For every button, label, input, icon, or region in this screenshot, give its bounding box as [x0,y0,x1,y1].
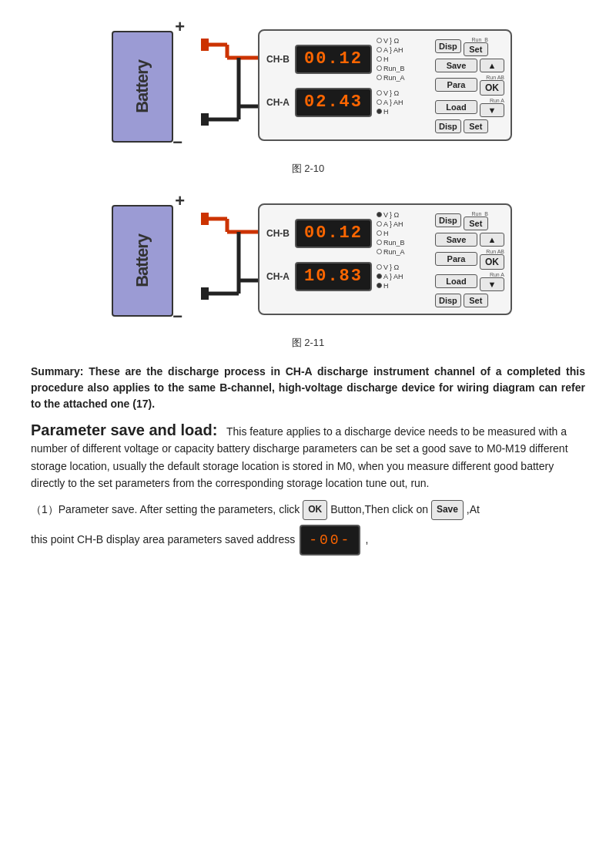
para-btn-2[interactable]: Para [435,252,477,266]
fig1-caption: 图 2-10 [292,162,325,176]
step1-prefix: （1）Parameter save. After setting the par… [31,503,300,515]
chb-v-label-1: V [383,37,388,45]
chb-label-1: CH-B [266,54,290,65]
minus-sign-1: − [172,133,182,153]
cha-ah-label-2: } AH [390,273,403,280]
chb-ah-label-1: } AH [390,46,403,54]
chb-runb-label-1: Run_B [383,65,405,72]
cha-h-dot-1 [377,109,382,114]
cha-a-label-1: A [383,99,388,106]
ok-btn-1[interactable]: OK [480,80,504,96]
step-1-line: （1）Parameter save. After setting the par… [31,500,585,520]
run-b-small-1: Run_B [471,37,487,42]
cha-indicators-1: V } Ω A } AH H [377,89,403,116]
chb-a-dot-2 [377,221,382,227]
set-btn-1[interactable]: Set [464,42,488,56]
battery-body-1: Battery [112,31,173,143]
panel-left-2: CH-B 00.12 V } Ω A } AH [266,211,430,307]
chb-runb-dot-1 [377,65,382,71]
btn-row-save-1: Save ▲ [435,59,504,72]
cha-a-dot-1 [377,99,382,105]
arrow-down-btn-1[interactable]: ▼ [480,103,504,117]
btn-row-disp-set2-2: Disp Set [435,294,504,307]
cha-v-label-2: V [383,264,388,271]
load-btn-1[interactable]: Load [435,100,477,114]
param-title: Parameter save and load: [31,421,217,438]
chb-h-label-1: H [383,55,389,63]
device-diagram-2: + Battery − [104,190,512,328]
chb-display-1: 00.12 [295,45,372,74]
cha-h-label-1: H [383,108,389,116]
btn-row-disp-set-2: Disp Run_B Set [435,211,504,230]
run-b-small-2: Run_B [471,211,487,217]
btn-row-save-2: Save ▲ [435,233,504,247]
chb-ah-label-2: } AH [390,220,403,228]
battery-label-2: Battery [133,234,152,287]
set2-btn-2[interactable]: Set [464,294,488,307]
disp-btn-1[interactable]: Disp [435,39,461,53]
plus-sign-2: + [175,191,185,211]
panel-left-1: CH-B 00.12 V } Ω A } AH [266,37,430,133]
figure-1: + Battery − [31,15,585,176]
btn-row-load-2: Load Run A ▼ [435,272,504,291]
plus-sign-1: + [175,17,185,37]
run-a-small-2: Run A [490,272,504,277]
chb-runb-label-2: Run_B [383,239,405,247]
save-btn-1[interactable]: Save [435,59,477,72]
set-btn-2[interactable]: Set [464,217,488,230]
cha-ah-label-1: } AH [390,99,403,106]
arrow-up-btn-1[interactable]: ▲ [480,59,504,72]
disp2-btn-1[interactable]: Disp [435,119,461,133]
step2-display: -00- [300,525,360,556]
chb-h-label-2: H [383,230,389,237]
chb-indicators-1: V } Ω A } AH H [377,37,405,82]
cha-indicators-2: V } Ω A } AH H [377,264,403,290]
inline-save-btn[interactable]: Save [431,500,464,520]
battery-1: + Battery − [104,15,189,154]
set2-btn-1[interactable]: Set [464,119,488,133]
arrow-up-btn-2[interactable]: ▲ [480,233,504,247]
run-ab-small-2: Run AB [486,249,504,254]
step1-suffix: ,At [467,503,480,515]
device-diagram-1: + Battery − [104,15,512,154]
btn-row-disp-set-1: Disp Run_B Set [435,37,504,56]
chb-v-label-2: V [383,211,388,219]
arrow-down-btn-2[interactable]: ▼ [480,277,504,291]
para-btn-1[interactable]: Para [435,78,477,92]
chb-display-2: 00.12 [295,219,372,248]
cha-h-label-2: H [383,282,389,290]
chb-h-dot-1 [377,56,382,62]
cha-a-label-2: A [383,273,388,280]
panel-right-2: Disp Run_B Set Save ▲ Para Run AB OK [435,211,504,307]
chb-runa-dot-2 [377,249,382,254]
chb-v-dot-1 [377,38,382,43]
cha-row-1: CH-A 02.43 V } Ω A } AH [266,88,430,117]
btn-row-para-ok-1: Para Run AB OK [435,75,504,96]
chb-runa-label-1: Run_A [383,74,405,82]
cha-v-dot-2 [377,264,382,270]
wiring-2 [196,190,258,328]
battery-label-1: Battery [133,60,152,113]
svg-rect-13 [201,213,209,225]
load-btn-2[interactable]: Load [435,274,477,288]
disp-btn-2[interactable]: Disp [435,213,461,227]
step-2-line: this point CH-B display area parameters … [31,525,585,556]
cha-v-label-1: V [383,89,388,97]
cha-omega-1: } Ω [390,89,399,97]
inline-ok-btn[interactable]: OK [303,500,327,520]
svg-rect-3 [201,39,209,51]
wiring-1 [196,15,258,154]
battery-body-2: Battery [112,205,173,317]
save-btn-2[interactable]: Save [435,233,477,247]
disp2-btn-2[interactable]: Disp [435,294,461,307]
chb-a-dot-1 [377,47,382,52]
instrument-panel-1: CH-B 00.12 V } Ω A } AH [258,29,512,141]
chb-runa-label-2: Run_A [383,248,405,256]
panel-right-1: Disp Run_B Set Save ▲ Para Run AB OK [435,37,504,133]
chb-v-dot-2 [377,212,382,217]
btn-row-load-1: Load Run A ▼ [435,98,504,117]
ok-btn-2[interactable]: OK [480,254,504,270]
cha-display-1: 02.43 [295,88,372,117]
btn-row-para-ok-2: Para Run AB OK [435,249,504,270]
chb-row-1: CH-B 00.12 V } Ω A } AH [266,37,430,82]
